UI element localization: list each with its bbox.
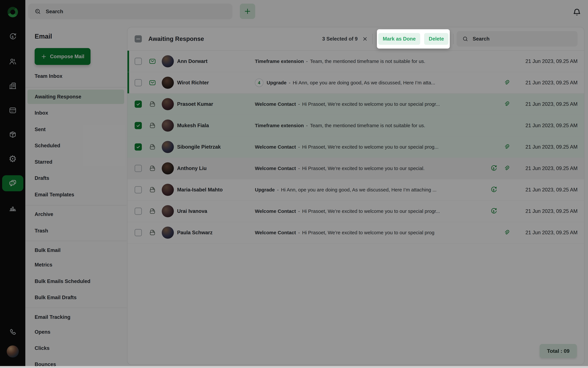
rail-item-products[interactable] xyxy=(0,130,25,139)
sidebar-item-scheduled[interactable]: Scheduled xyxy=(27,138,124,153)
rail-item-contacts[interactable] xyxy=(0,57,25,66)
sender-name: Urai Ivanova xyxy=(177,208,251,214)
email-row[interactable]: Urai Ivanova Welcome Contact - Hi Prasoe… xyxy=(127,201,584,222)
sender-name: Mukesh Fiala xyxy=(177,123,251,129)
read-mail-icon xyxy=(149,207,156,215)
list-header: Awaiting Response 3 Selected of 9 Mark a… xyxy=(127,27,584,51)
rail-item-calendar[interactable] xyxy=(0,106,25,114)
sidebar-item-trash[interactable]: Trash xyxy=(27,224,124,238)
row-checkbox[interactable] xyxy=(135,186,142,193)
avatar xyxy=(162,141,174,153)
sidebar-item-bulk-email-drafts[interactable]: Bulk Email Drafts xyxy=(27,290,124,305)
unread-mail-icon xyxy=(149,79,156,86)
window-bottom-edge xyxy=(0,366,588,368)
selection-count: 3 Selected of 9 xyxy=(322,36,358,42)
list-search-input[interactable] xyxy=(472,36,554,42)
email-date: 21 Jun 2023, 09.25 AM xyxy=(510,123,584,129)
rail-item-deals[interactable] xyxy=(0,33,25,41)
quick-add-button[interactable] xyxy=(240,4,255,19)
sidebar-item-sent[interactable]: Sent xyxy=(27,122,124,137)
deal-icon xyxy=(490,165,498,172)
user-avatar[interactable] xyxy=(7,345,19,358)
read-mail-icon xyxy=(149,100,156,108)
sidebar-item-email-tracking[interactable]: Email Tracking xyxy=(27,310,124,324)
rail-item-phone[interactable] xyxy=(0,328,25,336)
gear-icon: ⚙ xyxy=(9,155,17,163)
row-checkbox[interactable] xyxy=(135,165,142,172)
sidebar-divider xyxy=(25,87,127,87)
row-checkbox[interactable] xyxy=(135,79,142,86)
sidebar-item-starred[interactable]: Starred xyxy=(27,155,124,169)
subject-preview: Timeframe extension - Team, the mentione… xyxy=(255,58,485,64)
rail-item-companies[interactable] xyxy=(0,82,25,90)
row-checkbox[interactable] xyxy=(135,58,142,65)
checkmark-icon xyxy=(136,123,141,128)
attachment-icon xyxy=(503,229,510,236)
sidebar-item-drafts[interactable]: Drafts xyxy=(27,171,124,185)
rail-item-messages-active[interactable] xyxy=(2,175,23,191)
compose-mail-button[interactable]: Compose Mail xyxy=(35,48,90,65)
mark-as-done-button[interactable]: Mark as Done xyxy=(378,33,420,45)
notifications-button[interactable] xyxy=(572,8,581,17)
read-mail-icon xyxy=(149,122,156,129)
sidebar-item-opens[interactable]: Opens xyxy=(27,325,124,339)
sidebar-item-inbox[interactable]: Inbox xyxy=(27,106,124,120)
row-checkbox[interactable] xyxy=(135,208,142,215)
email-date: 21 Jun 2023, 09.25 AM xyxy=(510,187,584,193)
row-checkbox-checked[interactable] xyxy=(135,122,142,129)
separator: - xyxy=(296,230,302,235)
row-checkbox[interactable] xyxy=(135,229,142,236)
sender-name: Sibongile Pietrzak xyxy=(177,144,251,150)
subject: Welcome Contact xyxy=(255,101,296,107)
email-row[interactable]: Prasoet Kumar Welcome Contact - Hi Praso… xyxy=(127,93,584,115)
list-search[interactable] xyxy=(457,31,578,46)
brand-logo-icon xyxy=(8,7,18,17)
separator: - xyxy=(296,101,302,107)
row-checkbox-checked[interactable] xyxy=(135,101,142,108)
compose-mail-label: Compose Mail xyxy=(50,54,84,59)
unread-mail-icon xyxy=(149,57,156,65)
subject: Timeframe extension xyxy=(255,123,304,128)
sidebar-item-bulk-email[interactable]: Bulk Email xyxy=(27,243,124,258)
sidebar-item-bulk-emails-scheduled[interactable]: Bulk Emails Scheduled xyxy=(27,274,124,289)
calendar-icon xyxy=(9,106,17,114)
email-date: 21 Jun 2023, 09.25 AM xyxy=(510,208,584,214)
avatar xyxy=(162,55,174,67)
rail-item-settings[interactable]: ⚙ xyxy=(0,155,25,163)
sidebar-item-awaiting-response[interactable]: Awaiting Response xyxy=(27,90,124,104)
sender-name: Wirot Richter xyxy=(177,80,251,86)
preview: Hi Ann, ope you are doing good, As we di… xyxy=(281,187,437,193)
subject-preview: Welcome Contact - Hi Prasoet, We’re exci… xyxy=(255,144,485,150)
row-checkbox-checked[interactable] xyxy=(135,143,142,151)
subject-preview: Upgrade - Hi Ann, ope you are doing good… xyxy=(255,187,485,193)
select-all-checkbox[interactable] xyxy=(135,35,142,43)
email-row[interactable]: Anthony Liu Welcome Contact - Hi Prasoet… xyxy=(127,158,584,179)
email-row[interactable]: Ann Dorwart Timeframe extension - Team, … xyxy=(127,51,584,72)
email-list-panel: Awaiting Response 3 Selected of 9 Mark a… xyxy=(127,27,584,365)
subject-preview: Welcome Contact - Hi Prasoet, We’re exci… xyxy=(255,230,485,235)
bell-icon xyxy=(572,8,581,17)
email-row[interactable]: Paula Schwarz Welcome Contact - Hi Praso… xyxy=(127,222,584,243)
divider xyxy=(453,34,453,44)
sidebar-item-metrics[interactable]: Metrics xyxy=(27,258,124,272)
attachment-icon xyxy=(503,143,510,151)
clear-selection-button[interactable] xyxy=(362,36,368,42)
sidebar-item-clicks[interactable]: Clicks xyxy=(27,341,124,355)
email-row[interactable]: Maria-Isabel Mahto Upgrade - Hi Ann, ope… xyxy=(127,179,584,201)
email-row[interactable]: Mukesh Fiala Timeframe extension - Team,… xyxy=(127,115,584,136)
rail-item-reports[interactable] xyxy=(0,204,25,212)
sidebar-item-email-templates[interactable]: Email Templates xyxy=(27,187,124,202)
delete-button[interactable]: Delete xyxy=(424,33,448,45)
preview: Team, the mentioned timeframe is not sui… xyxy=(310,123,425,128)
sidebar-item-archive[interactable]: Archive xyxy=(27,207,124,221)
preview: Team, the mentioned timeframe is not sui… xyxy=(310,58,425,64)
email-row[interactable]: Sibongile Pietrzak Welcome Contact - Hi … xyxy=(127,136,584,158)
attachment-icon xyxy=(503,100,510,108)
close-icon xyxy=(362,36,368,42)
sidebar-item-team-inbox[interactable]: Team Inbox xyxy=(27,69,124,83)
email-row[interactable]: Wirot Richter 4 Upgrade - Hi Ann, ope yo… xyxy=(127,72,584,93)
preview: Hi Prasoet, We’re excited to welcome you… xyxy=(302,166,425,171)
subject-preview: Welcome Contact - Hi Prasoet, We’re exci… xyxy=(255,101,485,107)
separator: - xyxy=(304,58,310,64)
deals-icon xyxy=(9,33,17,41)
